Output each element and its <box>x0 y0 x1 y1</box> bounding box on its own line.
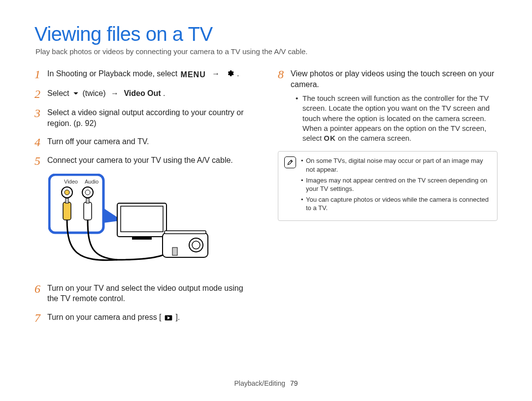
svg-rect-15 <box>165 231 206 234</box>
content-columns: 1 In Shooting or Playback mode, select M… <box>34 68 498 331</box>
step-number: 4 <box>34 134 40 150</box>
svg-rect-8 <box>86 198 89 203</box>
step-7-text-post: ]. <box>175 313 180 321</box>
step-6: 6 Turn on your TV and select the video o… <box>34 283 254 304</box>
step-6-text: Turn on your TV and select the video out… <box>47 284 243 303</box>
left-column: 1 In Shooting or Playback mode, select M… <box>34 68 254 331</box>
chevron-down-icon <box>72 89 79 100</box>
step-8-text: View photos or play videos using the tou… <box>291 69 494 89</box>
step-8-sub-post: on the camera screen. <box>338 134 411 142</box>
step-number: 1 <box>34 66 40 82</box>
svg-rect-5 <box>63 202 71 220</box>
footer-page-number: 79 <box>290 379 298 387</box>
note-item: Images may not appear centred on the TV … <box>301 176 490 193</box>
svg-rect-11 <box>132 237 152 240</box>
step-number: 8 <box>278 66 284 82</box>
step-2-text-post: . <box>163 89 165 97</box>
step-2: 2 Select (twice) → Video Out . <box>34 88 254 100</box>
svg-rect-7 <box>84 202 92 220</box>
svg-rect-10 <box>121 206 163 232</box>
arrow-icon: → <box>111 88 119 99</box>
note-item: You can capture photos or videos while t… <box>301 195 490 213</box>
connection-diagram: Video Audio <box>48 174 211 272</box>
note-box: On some TVs, digital noise may occur or … <box>278 151 498 220</box>
step-8: 8 View photos or play videos using the t… <box>278 68 498 143</box>
step-8-sub: The touch screen will function as the co… <box>291 93 498 143</box>
step-number: 6 <box>34 281 40 297</box>
step-number: 7 <box>34 310 40 326</box>
page-title: Viewing files on a TV <box>34 24 498 44</box>
step-number: 2 <box>34 86 40 102</box>
step-4: 4 Turn off your camera and TV. <box>34 136 254 147</box>
step-2-text-pre: Select <box>47 89 71 97</box>
step-number: 3 <box>34 105 40 121</box>
step-5-text: Connect your camera to your TV using the… <box>47 156 233 164</box>
ok-icon: OK <box>324 134 336 142</box>
gear-icon <box>226 69 234 80</box>
step-4-text: Turn off your camera and TV. <box>47 137 149 146</box>
svg-point-2 <box>65 190 69 195</box>
svg-point-14 <box>192 241 200 249</box>
right-column: 8 View photos or play videos using the t… <box>278 68 498 331</box>
manual-page: Viewing files on a TV Play back photos o… <box>0 0 532 401</box>
step-1-text-pre: In Shooting or Playback mode, select <box>47 69 180 78</box>
menu-icon: MENU <box>181 69 206 80</box>
step-8-sub-item: The touch screen will function as the co… <box>298 93 498 143</box>
step-7: 7 Turn on your camera and press [ ]. <box>34 312 254 324</box>
steps-list-left: 1 In Shooting or Playback mode, select M… <box>34 68 254 323</box>
arrow-icon: → <box>212 68 220 79</box>
diagram-audio-label: Audio <box>85 179 99 185</box>
page-subtitle: Play back photos or videos by connecting… <box>35 47 498 56</box>
step-3: 3 Select a video signal output according… <box>34 107 254 128</box>
play-icon <box>165 313 172 324</box>
diagram-video-label: Video <box>64 179 78 185</box>
svg-rect-16 <box>172 247 177 255</box>
step-5: 5 Connect your camera to your TV using t… <box>34 155 254 166</box>
note-list: On some TVs, digital noise may occur or … <box>301 156 490 212</box>
step-7-text-pre: Turn on your camera and press [ <box>47 313 162 321</box>
steps-list-right: 8 View photos or play videos using the t… <box>278 68 498 143</box>
note-item: On some TVs, digital noise may occur or … <box>301 156 490 174</box>
svg-point-4 <box>85 190 90 195</box>
step-1-text-post: . <box>237 69 239 78</box>
note-icon <box>284 156 296 168</box>
step-1: 1 In Shooting or Playback mode, select M… <box>34 68 254 80</box>
step-number: 5 <box>34 153 40 169</box>
step-2-link: Video Out <box>124 89 161 97</box>
footer-section: Playback/Editing <box>234 379 286 387</box>
page-footer: Playback/Editing 79 <box>234 379 298 387</box>
step-2-text-mid: (twice) <box>82 89 108 97</box>
svg-rect-6 <box>66 198 68 203</box>
step-3-text: Select a video signal output according t… <box>47 108 243 127</box>
